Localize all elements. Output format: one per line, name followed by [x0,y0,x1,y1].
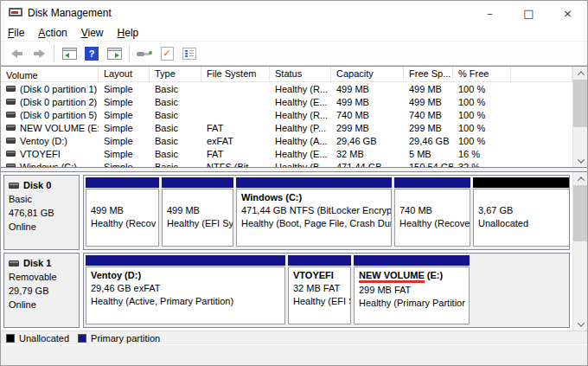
tool-icon [137,49,152,58]
partition-color-strip [288,255,351,266]
volume-list-header: Volume Layout Type File System Status Ca… [1,67,572,82]
disk-0-info[interactable]: Disk 0 Basic 476,81 GB Online [3,175,80,250]
disk-icon [9,183,19,189]
partition-ventoy[interactable]: Ventoy (D:) 29,46 GB exFAT Healthy (Acti… [86,254,285,326]
column-header-free-space[interactable]: Free Sp... [404,67,453,81]
scroll-up-icon[interactable] [573,172,587,185]
partition-color-strip [86,177,159,188]
partition[interactable]: 740 MB Healthy (Recover [394,177,470,248]
help-icon: ? [85,47,99,61]
menu-file[interactable]: File [1,26,31,40]
partition-new-volume[interactable]: NEW VOLUME (E:) 299 MB FAT Healthy (Prim… [354,254,470,326]
partition[interactable]: 499 MB Healthy (Recov [86,177,159,248]
column-header-capacity[interactable]: Capacity [331,67,404,81]
scroll-down-icon[interactable] [573,318,587,331]
disk-kind: Basic [9,193,74,207]
window-title: Disk Management [28,7,112,19]
disk-kind: Removable [9,271,74,285]
column-header-layout[interactable]: Layout [99,67,150,81]
properties-button[interactable] [179,44,200,63]
partition-color-strip [236,177,392,188]
unallocated-legend-label: Unallocated [19,333,69,344]
check-document-icon: ✓ [161,47,174,61]
status-bar [1,344,587,365]
toolbar: ? ✓ [1,42,587,66]
volume-icon [6,138,16,144]
partition-color-strip [394,177,470,188]
volume-icon [6,112,16,118]
disk-size: 476,81 GB [9,207,74,221]
disk-1-band: Disk 1 Removable 29,79 GB Online Ventoy … [3,253,570,328]
disk-management-window: Disk Management – □ × File Action View H… [0,0,588,366]
primary-partition-legend-swatch [78,334,86,343]
volume-icon [6,125,16,131]
unallocated-legend-swatch [6,334,15,343]
column-header-type[interactable]: Type [150,67,201,81]
column-header-filler [511,67,572,81]
disk-graph-pane: Disk 0 Basic 476,81 GB Online 499 MB Hea… [1,171,587,331]
volume-icon [6,86,16,92]
disk-1-info[interactable]: Disk 1 Removable 29,79 GB Online [3,253,80,328]
partition-color-strip [162,177,233,188]
scroll-down-icon[interactable] [573,154,587,167]
partition-color-strip [354,255,470,266]
scrollbar-thumb[interactable] [573,80,587,127]
back-button[interactable] [6,44,27,63]
disk-management-app-icon [9,8,22,19]
menu-help[interactable]: Help [111,26,146,40]
disk-1-partitions: Ventoy (D:) 29,46 GB exFAT Healthy (Acti… [83,253,570,328]
scroll-up-icon[interactable] [573,67,587,80]
volume-list-scrollbar[interactable] [572,67,587,167]
minimize-button[interactable]: – [470,1,509,25]
disk-status: Online [9,299,74,312]
action-pane-icon [107,48,122,60]
volume-icon [6,164,16,167]
disk-graph-scrollbar[interactable] [572,172,587,331]
volume-icon [6,151,16,157]
forward-button[interactable] [29,44,49,63]
toolbar-separator [54,45,54,62]
forward-arrow-icon [34,49,45,58]
scrollbar-thumb[interactable] [573,185,587,241]
toolbar-separator [129,45,130,62]
column-header-status[interactable]: Status [270,67,331,81]
table-row[interactable]: (Disk 0 partition 1) Simple Basic Health… [1,82,572,95]
disk-size: 29,79 GB [9,285,74,299]
table-row[interactable]: Windows (C:) Simple Basic NTFS (Bit... H… [1,160,572,167]
menu-bar: File Action View Help [1,25,587,42]
table-row[interactable]: VTOYEFI Simple Basic FAT Healthy (E... 3… [1,147,572,160]
help-button[interactable]: ? [81,44,102,63]
volume-list-pane: Volume Layout Type File System Status Ca… [1,66,587,168]
partition-vtoyefi[interactable]: VTOYEFI 32 MB FAT Healthy (EFI S [288,254,351,326]
table-row[interactable]: (Disk 0 partition 5) Simple Basic Health… [1,108,572,121]
partition-color-strip [473,177,570,188]
disk-0-partitions: 499 MB Healthy (Recov 499 MB Healthy (EF… [83,175,570,250]
back-arrow-icon [11,49,22,58]
console-tree-icon [62,48,77,60]
legend-bar: Unallocated Primary partition [1,331,587,344]
maximize-button[interactable]: □ [509,1,548,25]
show-console-tree-button[interactable] [59,44,80,63]
column-header-pct-free[interactable]: % Free [453,67,511,81]
partition-unallocated[interactable]: 3,67 GB Unallocated [473,177,570,248]
table-row[interactable]: (Disk 0 partition 2) Simple Basic Health… [1,95,572,108]
table-row[interactable]: NEW VOLUME (E:) Simple Basic FAT Healthy… [1,121,572,134]
partition[interactable]: 499 MB Healthy (EFI Sys [162,177,233,248]
tool-button[interactable] [134,44,155,63]
disk-0-band: Disk 0 Basic 476,81 GB Online 499 MB Hea… [3,175,570,250]
table-row[interactable]: Ventoy (D:) Simple Basic exFAT Healthy (… [1,134,572,147]
column-header-file-system[interactable]: File System [201,67,270,81]
volume-icon [6,99,16,105]
partition-color-strip [86,255,285,266]
close-button[interactable]: × [548,1,587,25]
menu-action[interactable]: Action [31,26,74,40]
partition-windows-c[interactable]: Windows (C:) 471,44 GB NTFS (BitLocker E… [236,177,392,248]
column-header-volume[interactable]: Volume [1,67,99,81]
check-document-button[interactable]: ✓ [157,44,177,63]
properties-icon [182,48,196,60]
title-bar: Disk Management – □ × [1,1,587,25]
show-action-pane-button[interactable] [104,44,125,63]
disk-status: Online [9,221,74,234]
primary-partition-legend-label: Primary partition [91,333,160,344]
menu-view[interactable]: View [74,26,111,40]
